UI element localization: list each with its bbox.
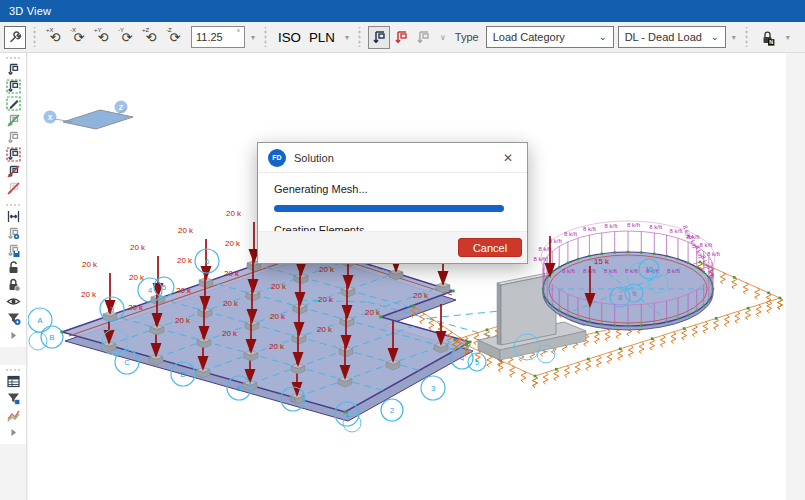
svg-text:20 k: 20 k [317,325,333,334]
sidebar-red-slash-icon[interactable] [0,180,26,197]
dialog-title: Solution [294,152,334,164]
sidebar-unlock-icon[interactable] [0,259,26,276]
sidebar-delete-load-red-icon[interactable] [0,163,26,180]
svg-text:20 k: 20 k [224,269,240,278]
chevron-down-icon: ⌄ [711,32,719,42]
show-loads-red[interactable] [390,26,412,49]
svg-text:9: 9 [632,289,636,298]
svg-text:5: 5 [162,283,166,292]
axis-widget: XZ [44,101,134,130]
svg-text:20 k: 20 k [365,308,381,317]
svg-text:8 k/ft: 8 k/ft [670,228,683,234]
sidebar-draw-load-green-icon[interactable] [0,95,26,112]
load-display-toggles [368,26,434,49]
main-toolbar: +X⟲-X⟳+Y⟲-Y⟳+Z⟲-Z⟳ 11.25 ° ▾ ISOPLN ▾ ∨ … [0,22,805,53]
show-loads-selected[interactable] [368,26,390,49]
dialog-header[interactable]: FD Solution ✕ [258,143,527,173]
rotate-plusminus-z-button[interactable]: +Z⟲ [139,26,163,49]
sidebar-point-load-gray-icon[interactable] [0,129,26,146]
toolbar-separator [357,27,362,47]
view-pln-button[interactable]: PLN [305,26,339,49]
svg-text:20 k: 20 k [130,243,146,252]
rotate-minus-x-button[interactable]: -X⟳ [67,26,91,49]
svg-text:8 k/ft: 8 k/ft [707,251,720,257]
load-case-select[interactable]: DL - Dead Load ⌄ [618,26,726,48]
sidebar-expand-arrow-icon[interactable] [0,424,26,441]
svg-text:5: 5 [475,358,479,367]
sidebar-table-icon[interactable] [0,373,26,390]
svg-text:20 k: 20 k [176,286,192,295]
load-category-select[interactable]: Load Category ⌄ [486,26,614,48]
svg-text:15 k: 15 k [594,257,610,266]
view-dropdown-icon[interactable]: ▾ [343,33,351,42]
rotate-button-group: +X⟲-X⟳+Y⟲-Y⟳+Z⟲-Z⟳ [43,26,187,49]
svg-text:20 k: 20 k [81,290,97,299]
app-logo: FD [268,149,286,167]
sidebar-point-load-box-red-icon[interactable] [0,146,26,163]
svg-text:8 k/ft: 8 k/ft [627,222,640,228]
sidebar-assign-load-green-slash-icon[interactable] [0,112,26,129]
sidebar-filter-cube-icon[interactable] [0,390,26,407]
model-viewport[interactable]: 8 k/ft8 k/ft8 k/ft8 k/ft8 k/ft8 k/ft8 k/… [28,53,786,500]
solution-dialog: FD Solution ✕ Generating Mesh... Creatin… [257,142,528,264]
window-title: 3D View [9,5,51,17]
svg-text:6: 6 [205,257,209,266]
svg-text:8 k/ft: 8 k/ft [667,268,680,274]
sidebar-expand-arrow-icon[interactable] [0,327,26,344]
view-iso-button[interactable]: ISO [274,26,305,49]
sidebar-group-2 [0,200,26,347]
rotation-angle-value: 11.25 [196,31,223,43]
lock-dropdown-icon[interactable]: ▾ [784,33,792,42]
angle-dropdown-icon[interactable]: ▾ [249,33,257,42]
close-icon[interactable]: ✕ [499,150,517,166]
rotate-minus-y-button[interactable]: -Y⟳ [115,26,139,49]
lock-badge-letter: N [769,39,773,45]
window-titlebar: 3D View [0,0,805,22]
svg-text:20 k: 20 k [128,303,144,312]
cancel-button[interactable]: Cancel [458,238,522,257]
rotate-plusminus-y-button[interactable]: +Y⟲ [91,26,115,49]
load-case-value: DL - Dead Load [625,31,702,43]
svg-text:E: E [236,384,241,393]
load-case-dropdown-icon[interactable]: ▾ [730,33,738,42]
rotate-minus-z-button[interactable]: -Z⟳ [163,26,187,49]
sidebar-load-save-icon[interactable] [0,242,26,259]
svg-text:8 k/ft: 8 k/ft [605,223,618,229]
rotate-plusminus-x-button[interactable]: +X⟲ [43,26,67,49]
svg-text:8 k/ft: 8 k/ft [649,224,662,230]
sidebar-point-load-box-green-icon[interactable] [0,78,26,95]
svg-text:20 k: 20 k [175,316,191,325]
svg-text:8 k/ft: 8 k/ft [533,256,546,262]
svg-text:2: 2 [390,406,394,415]
svg-text:Z: Z [119,104,124,111]
svg-text:10: 10 [645,265,653,274]
load-toggle-dropdown-icon[interactable]: ∨ [438,33,448,42]
svg-text:D: D [180,370,186,379]
sidebar-load-settings-gear-icon[interactable] [0,225,26,242]
show-loads-disabled[interactable] [412,26,434,49]
svg-text:3: 3 [431,384,435,393]
dialog-body: Generating Mesh... Creating Elements... [258,173,527,236]
left-toolbar [0,53,27,500]
svg-text:B: B [49,333,54,342]
rotation-angle-input[interactable]: 11.25 ° [191,26,245,48]
svg-text:20 k: 20 k [222,329,238,338]
sidebar-point-load-dark-icon[interactable] [0,61,26,78]
svg-text:8 k/ft: 8 k/ft [562,268,575,274]
sidebar-filter-badge-icon[interactable] [0,310,26,327]
svg-text:20 k: 20 k [226,209,242,218]
sidebar-group-1 [0,53,26,200]
svg-text:8 k/ft: 8 k/ft [583,226,596,232]
lock-button[interactable]: N [755,26,780,49]
window-gutter [786,53,805,500]
svg-text:20 k: 20 k [177,256,193,265]
svg-text:20 k: 20 k [270,312,286,321]
sidebar-dimension-icon[interactable] [0,208,26,225]
sidebar-lock-badge-icon[interactable] [0,276,26,293]
svg-text:C: C [124,358,130,367]
select-tool-button[interactable] [4,26,26,49]
sidebar-chart-icon[interactable] [0,407,26,424]
svg-text:20 k: 20 k [269,342,285,351]
sidebar-eye-icon[interactable] [0,293,26,310]
svg-text:20 k: 20 k [319,265,335,274]
